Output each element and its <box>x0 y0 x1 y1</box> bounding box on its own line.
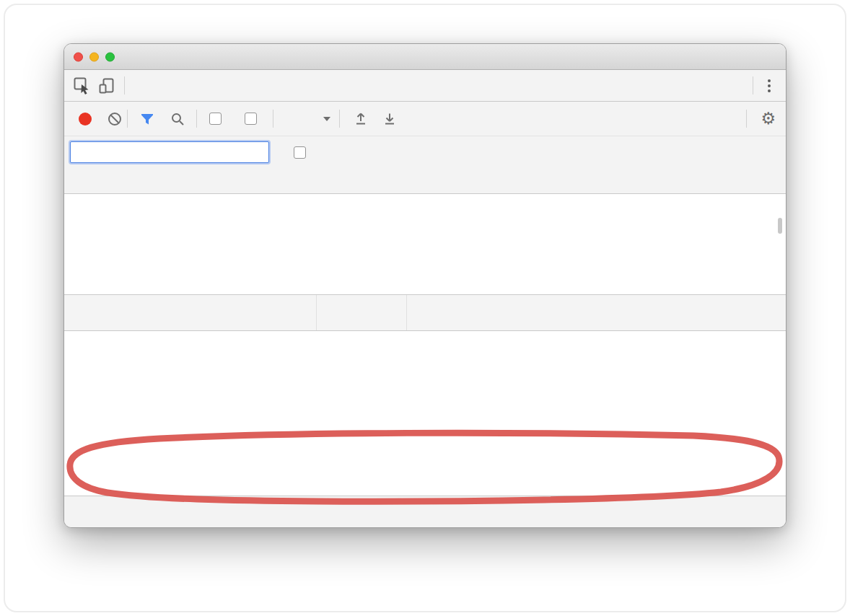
traffic-lights <box>74 52 115 61</box>
resource-type-filter-row <box>64 168 786 194</box>
export-har-icon[interactable] <box>382 111 397 126</box>
settings-gear-icon[interactable]: ⚙ <box>761 110 776 127</box>
devtools-tab-bar <box>64 70 786 102</box>
search-icon[interactable] <box>170 112 185 126</box>
inspect-element-icon[interactable] <box>70 74 95 98</box>
chevron-down-icon <box>323 117 330 121</box>
record-button[interactable] <box>79 113 92 126</box>
filter-input[interactable] <box>70 141 269 163</box>
main-menu-icon[interactable] <box>758 79 780 92</box>
column-divider <box>406 295 407 330</box>
clear-icon[interactable] <box>108 112 122 126</box>
divider <box>127 110 128 128</box>
divider <box>339 110 340 128</box>
filter-icon[interactable] <box>140 113 154 126</box>
close-button[interactable] <box>74 52 83 61</box>
devtools-window: ⚙ <box>63 43 787 528</box>
requests-table-header <box>64 295 786 331</box>
divider <box>753 76 753 94</box>
divider <box>124 76 125 94</box>
network-toolbar: ⚙ <box>64 102 786 136</box>
preserve-log-checkbox[interactable] <box>209 113 222 125</box>
divider <box>196 110 197 128</box>
throttling-dropdown[interactable] <box>286 117 330 121</box>
network-overview-timeline[interactable] <box>64 194 786 295</box>
minimize-button[interactable] <box>89 52 99 61</box>
hide-data-urls-checkbox[interactable] <box>294 146 306 159</box>
network-status-bar <box>64 496 786 527</box>
column-divider <box>316 295 317 330</box>
requests-table-body <box>64 331 786 496</box>
overview-scroll-thumb[interactable] <box>778 218 782 234</box>
window-titlebar[interactable] <box>64 44 786 70</box>
divider <box>746 110 747 128</box>
import-har-icon[interactable] <box>354 111 368 126</box>
disable-cache-checkbox[interactable] <box>245 113 257 125</box>
filter-row <box>64 136 786 168</box>
device-toolbar-icon[interactable] <box>95 74 119 98</box>
divider <box>273 110 273 128</box>
zoom-button[interactable] <box>105 52 115 61</box>
